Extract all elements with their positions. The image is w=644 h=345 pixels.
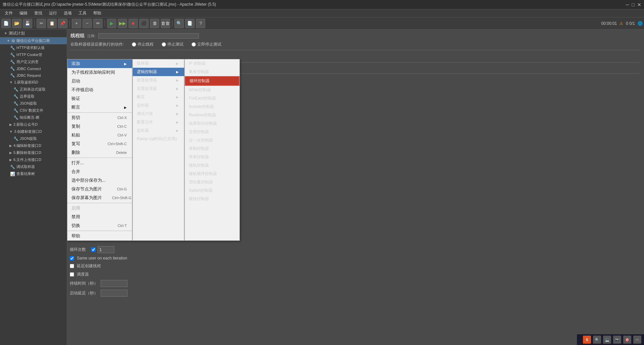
ctx-save-selection[interactable]: 选中部分保存为...: [67, 176, 132, 185]
taskbar-icon-5[interactable]: 🎮: [633, 336, 641, 344]
logic-random-order[interactable]: 随机顺序控制器: [185, 170, 239, 178]
ctx-copy[interactable]: 复制 Ctrl-C: [67, 122, 132, 131]
radio-stop-now[interactable]: 立即停止测试: [192, 42, 221, 47]
paste-button[interactable]: 📌: [58, 19, 67, 28]
tree-item-result-tree[interactable]: 📊 查看结果树: [0, 170, 67, 177]
ctx-merge[interactable]: 合并: [67, 167, 132, 176]
shutdown-button[interactable]: ⬛: [139, 19, 149, 28]
ctx-enable[interactable]: 启用: [67, 204, 132, 213]
logic-module[interactable]: 模块控制器: [185, 195, 239, 203]
edit-button[interactable]: ✏: [93, 19, 103, 28]
taskbar-icon-1[interactable]: 🔍: [593, 336, 601, 344]
remove-button[interactable]: −: [83, 19, 92, 28]
tree-item-edit-tag[interactable]: ▶ 4.编辑标签接口D: [0, 142, 67, 149]
clear-button[interactable]: 🗑: [150, 19, 159, 28]
logic-runtime[interactable]: Runtime控制器: [185, 111, 239, 119]
logic-if[interactable]: IF 控制器: [185, 59, 239, 68]
search-button[interactable]: 🔍: [174, 19, 184, 28]
ctx-add[interactable]: 添加 ▶: [67, 59, 132, 68]
menu-edit[interactable]: 编辑: [16, 10, 31, 17]
menu-options[interactable]: 选项: [60, 10, 75, 17]
ctx-validate[interactable]: 验证: [67, 94, 132, 103]
same-user-checkbox[interactable]: [70, 256, 74, 261]
submenu-listener[interactable]: 监听器 ▶: [133, 126, 184, 135]
clear-all-button[interactable]: 🗑🗑: [161, 19, 170, 28]
minimize-button[interactable]: ─: [626, 2, 629, 7]
ctx-duplicate[interactable]: 复写 Ctrl+Shift-C: [67, 139, 132, 148]
open-button[interactable]: 📂: [12, 19, 21, 28]
submenu-post-proc[interactable]: 后置处理器 ▶: [133, 84, 184, 93]
tree-item-file-upload[interactable]: ▶ 6.文件上传接口D: [0, 156, 67, 163]
radio-stop-thread[interactable]: 停止线程: [132, 42, 154, 47]
run-button[interactable]: ▶: [107, 19, 116, 28]
radio-stop-test[interactable]: 停止测试: [162, 42, 183, 47]
ctx-start[interactable]: 启动: [67, 77, 132, 85]
submenu-timer[interactable]: 定时器 ▶: [133, 101, 184, 110]
tree-item-jdbc-request[interactable]: 🔧 JDBC Request: [0, 72, 67, 79]
tree-item-jdbc-connect[interactable]: 🔧 JDBC Connect: [0, 65, 67, 72]
tree-item-http-cookie[interactable]: 🔧 HTTP Cookie管: [0, 51, 67, 58]
submenu-config[interactable]: 配置元件 ▶: [133, 118, 184, 126]
logic-simple[interactable]: 简单控制器: [185, 153, 239, 161]
taskbar-icon-4[interactable]: 🎯: [623, 336, 631, 344]
tree-item-get-auth[interactable]: ▼ 1.获取鉴权码D: [0, 79, 67, 86]
tree-item-delete-tag[interactable]: ▶ 5.删除标签接口D: [0, 149, 67, 156]
delay-create-checkbox[interactable]: [70, 264, 74, 268]
logic-while[interactable]: While控制器: [185, 86, 239, 94]
ctx-toggle[interactable]: 切换 Ctrl-T: [67, 221, 132, 230]
ctx-help[interactable]: 帮助: [67, 232, 132, 240]
logic-transaction[interactable]: 事务控制器: [185, 68, 239, 76]
tree-item-get-public[interactable]: ▶ 2.获取公众号D: [0, 121, 67, 128]
ctx-cut[interactable]: 剪切 Ctrl-X: [67, 113, 132, 122]
ctx-start-no-pause[interactable]: 不停顿启动: [67, 85, 132, 94]
menu-find[interactable]: 查找: [31, 10, 46, 17]
tree-item-boundary[interactable]: 🔧 边界提取: [0, 93, 67, 100]
tree-item-debugger[interactable]: 🔧 调试取样器: [0, 163, 67, 170]
taskbar-icon-s[interactable]: S: [583, 336, 591, 344]
logic-interleave[interactable]: 交替控制器: [185, 128, 239, 136]
menu-help[interactable]: 帮助: [90, 10, 105, 17]
copy-button[interactable]: 📋: [47, 19, 57, 28]
logic-foreach[interactable]: ForEach控制器: [185, 94, 239, 103]
loop-infinite-checkbox[interactable]: [91, 247, 96, 252]
tree-item-test-plan[interactable]: ▼ 测试计划: [0, 30, 67, 37]
ctx-paste[interactable]: 粘贴 Ctrl-V: [67, 131, 132, 139]
submenu-rampup[interactable]: Ramp-Up时间(已弃用): [133, 135, 184, 143]
submenu-sampler[interactable]: 取样器 ▶: [133, 59, 184, 68]
taskbar-icon-2[interactable]: 💻: [603, 336, 611, 344]
stop-button[interactable]: ■: [128, 19, 138, 28]
scheduler-checkbox[interactable]: [70, 272, 74, 277]
ctx-save-node-img[interactable]: 保存节点为图片 Ctrl-G: [67, 185, 132, 193]
add-button[interactable]: +: [72, 19, 81, 28]
help-button[interactable]: ?: [196, 19, 205, 28]
ctx-open[interactable]: 打开...: [67, 159, 132, 167]
new-button[interactable]: 📄: [1, 19, 11, 28]
maximize-button[interactable]: □: [632, 2, 635, 7]
ctx-assertion[interactable]: 断言 ▶: [67, 103, 132, 112]
logic-recording[interactable]: 录制控制器: [185, 145, 239, 153]
logic-random[interactable]: 随机控制器: [185, 161, 239, 170]
submenu-assertion[interactable]: 断言 ▶: [133, 93, 184, 101]
tree-item-assert[interactable]: 🔧 响应断言-断: [0, 114, 67, 121]
ctx-add-response-time[interactable]: 为子线程添加响应时间: [67, 68, 132, 77]
submenu-pre-proc[interactable]: 前置处理器 ▶: [133, 76, 184, 84]
tree-item-create-tag[interactable]: ▼ 3.创建标签接口D: [0, 128, 67, 135]
tree-item-regex[interactable]: 🔧 正则表达式提取: [0, 86, 67, 93]
comment-input[interactable]: [98, 33, 199, 39]
logic-throughput[interactable]: 否吐量控制器: [185, 178, 239, 186]
tree-item-wechat-thread[interactable]: ▼ ⚙ 微信公众平台接口测: [0, 37, 67, 44]
template-button[interactable]: 📑: [185, 19, 195, 28]
tree-item-json2[interactable]: 🔧 JSON提取: [0, 135, 67, 142]
save-button[interactable]: 💾: [23, 19, 32, 28]
logic-include[interactable]: Include控制器: [185, 103, 239, 111]
tree-item-user-vars[interactable]: 🔧 用户定义的变: [0, 58, 67, 65]
menu-run[interactable]: 运行: [46, 10, 60, 17]
close-button[interactable]: ✕: [637, 2, 641, 7]
loop-count-input[interactable]: [98, 246, 114, 253]
duration-input[interactable]: [101, 280, 127, 287]
menu-file[interactable]: 文件: [1, 10, 16, 17]
logic-once-only[interactable]: 仅一次控制器: [185, 136, 239, 145]
ctx-delete[interactable]: 删除 Delete: [67, 148, 132, 157]
cut-button[interactable]: ✂: [37, 19, 46, 28]
submenu-logic-ctrl[interactable]: 逻辑控制器 ▶: [133, 68, 184, 76]
